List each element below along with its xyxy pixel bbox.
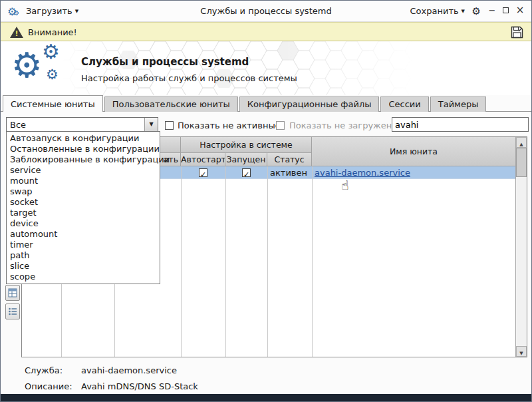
unit-type-combobox[interactable]: Все ▼: [6, 117, 158, 132]
scroll-down-button[interactable]: ▼: [516, 346, 527, 357]
tab-bar: Системные юниты Пользовательские юниты К…: [3, 95, 487, 112]
column-unit-name[interactable]: Имя юнита: [312, 137, 515, 166]
tab-timers[interactable]: Таймеры: [430, 97, 487, 112]
table-view-button[interactable]: [5, 285, 20, 301]
chevron-down-icon: ▼: [149, 121, 153, 127]
warning-bar: ! Внимание!: [1, 22, 531, 41]
maximize-icon: [503, 7, 509, 13]
dropdown-item[interactable]: Заблокированные в конфигурации: [7, 154, 160, 165]
module-header: ⚙ ⚙ ⚙ Службы и процессы systemd Настройк…: [1, 41, 531, 95]
service-label: Служба:: [25, 365, 63, 375]
dropdown-item[interactable]: automount: [7, 229, 160, 240]
gear-icon: ⚙: [42, 41, 60, 63]
dropdown-item[interactable]: Автозапуск в конфигурации: [7, 133, 160, 144]
dropdown-item[interactable]: service: [7, 165, 160, 176]
warning-message: Внимание!: [28, 27, 77, 37]
show-inactive-label: Показать не активные: [178, 120, 281, 130]
grid-line: [225, 166, 226, 357]
autostart-checkbox[interactable]: ✓: [199, 168, 207, 177]
grid-line: [181, 166, 182, 357]
chevron-down-icon: ▼: [462, 9, 465, 14]
vertical-scrollbar[interactable]: ▲ ▼: [515, 137, 527, 357]
scrollbar-thumb[interactable]: [516, 148, 527, 177]
gear-icon: ⚙: [11, 45, 43, 85]
close-button[interactable]: ×: [514, 5, 526, 17]
unit-type-value: Все: [10, 120, 26, 130]
unit-type-dropdown-list: Автозапуск в конфигурации Остановленные …: [6, 131, 160, 284]
description-value: Avahi mDNS/DNS SD-Stack: [81, 381, 198, 391]
dropdown-item[interactable]: Остановленные в конфигурации: [7, 144, 160, 154]
triangle-up-icon: ▲: [519, 142, 523, 147]
tab-system-units[interactable]: Системные юниты: [3, 95, 103, 112]
status-value: активен: [270, 168, 307, 178]
maximize-button[interactable]: [499, 5, 511, 17]
column-status[interactable]: Статус: [267, 153, 312, 166]
module-title: Службы и процессы systemd: [81, 56, 249, 68]
triangle-down-icon: ▼: [519, 351, 523, 356]
bullet-list-icon: [8, 307, 17, 316]
tab-config-files[interactable]: Конфигурационные файлы: [239, 97, 380, 112]
column-running[interactable]: Запущен: [225, 153, 267, 166]
save-menu-label: Сохранить: [410, 6, 458, 16]
warning-triangle-icon: !: [9, 26, 24, 39]
service-value: avahi-daemon.service: [81, 365, 177, 375]
description-label: Описание:: [25, 381, 72, 391]
dropdown-item[interactable]: scope: [7, 272, 160, 282]
dropdown-item[interactable]: path: [7, 250, 160, 261]
settings-gear-icon[interactable]: ⚙: [472, 5, 481, 17]
dropdown-item[interactable]: mount: [7, 176, 160, 186]
save-report-icon[interactable]: [510, 25, 524, 39]
show-unloaded-checkbox[interactable]: [276, 121, 285, 130]
hexagon-fade-overlay: [1, 41, 531, 95]
dropdown-item[interactable]: swap: [7, 186, 160, 197]
minimize-button[interactable]: −: [486, 5, 498, 17]
tab-sessions[interactable]: Сессии: [380, 97, 428, 112]
dropdown-item[interactable]: device: [7, 218, 160, 229]
app-window: ⚙⚙ Загрузить▼ Службы и процессы systemd …: [0, 0, 532, 402]
grid-line: [312, 166, 313, 357]
search-input[interactable]: [392, 117, 529, 132]
show-inactive-checkbox[interactable]: [165, 121, 174, 130]
scroll-up-button[interactable]: ▲: [516, 137, 527, 148]
list-view-button[interactable]: [5, 303, 20, 319]
dropdown-item[interactable]: socket: [7, 197, 160, 208]
dropdown-item[interactable]: slice: [7, 261, 160, 272]
group-system-header: Настройка в системе: [181, 137, 312, 153]
window-bottom-strip: [1, 394, 531, 401]
dropdown-item[interactable]: timer: [7, 240, 160, 250]
dropdown-item[interactable]: target: [7, 208, 160, 218]
mouse-cursor-icon: ☝: [341, 178, 349, 192]
combobox-dropdown-button[interactable]: ▼: [144, 118, 158, 131]
running-checkbox[interactable]: ✓: [242, 168, 251, 177]
unit-name-link[interactable]: avahi-daemon.service: [315, 168, 410, 178]
save-menu-button[interactable]: Сохранить▼: [410, 6, 465, 16]
gear-icon: ⚙: [46, 67, 59, 83]
svg-text:!: !: [15, 29, 18, 38]
checkmark-icon: ✓: [243, 170, 249, 179]
title-bar: ⚙⚙ Загрузить▼ Службы и процессы systemd …: [1, 1, 531, 22]
module-subtitle: Настройка работы служб и процессов систе…: [81, 73, 297, 83]
grid-line: [267, 166, 268, 357]
column-autostart[interactable]: Автостарт: [181, 153, 225, 166]
tab-user-units[interactable]: Пользовательские юниты: [104, 97, 238, 112]
checkmark-icon: ✓: [200, 170, 206, 179]
gears-logo: ⚙ ⚙ ⚙: [11, 43, 78, 95]
table-grid-icon: [8, 288, 17, 298]
